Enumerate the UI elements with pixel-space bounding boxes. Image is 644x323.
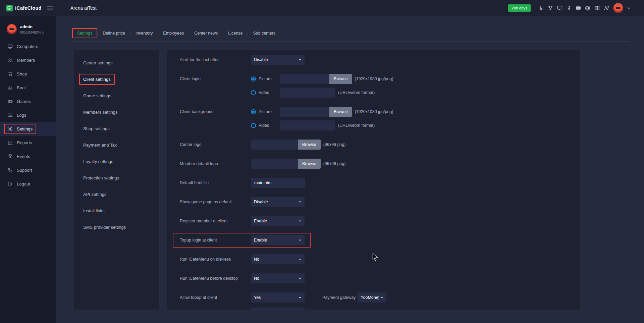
settings-menu-item-loyalty-settings[interactable]: Loyalty settings xyxy=(79,155,159,168)
picture-radio[interactable] xyxy=(251,76,256,82)
sidebar-item-logs[interactable]: Logs xyxy=(0,108,56,122)
center-logo-input[interactable] xyxy=(251,140,298,150)
radio-label: Video xyxy=(259,123,269,128)
media-line: Video(URL/webm format) xyxy=(251,120,375,130)
run-icafemenu-on-diskless-select[interactable]: No xyxy=(251,254,305,264)
show-game-page-as-default-select[interactable]: Disable xyxy=(251,197,305,207)
menu-icon[interactable] xyxy=(47,6,53,10)
sidebar-item-label: Members xyxy=(17,58,35,63)
sidebar-item-label: Shop xyxy=(17,71,27,76)
trophy-icon[interactable] xyxy=(548,5,553,11)
member-default-logo-input[interactable] xyxy=(251,159,298,169)
tab-license[interactable]: License xyxy=(223,28,248,38)
news-icon[interactable] xyxy=(594,5,600,11)
chevron-down-icon xyxy=(297,277,302,279)
boot-icon xyxy=(8,85,13,90)
settings-menu-item-protection-settings[interactable]: Protection settings xyxy=(79,171,159,184)
topup-login-at-client-select[interactable]: Enable xyxy=(251,235,305,245)
browse-button[interactable]: Browse xyxy=(298,159,321,169)
sidebar-item-events[interactable]: Events xyxy=(0,150,56,163)
sidebar-item-support[interactable]: Support xyxy=(0,163,56,177)
sidebar-avatar xyxy=(7,24,17,34)
tab-center-news[interactable]: Center news xyxy=(189,28,223,38)
video-radio[interactable] xyxy=(251,90,256,95)
settings-menu-item-shop-settings[interactable]: Shop settings xyxy=(79,122,159,135)
tab-label: Inventory xyxy=(130,28,158,38)
tab-employees[interactable]: Employees xyxy=(158,28,189,38)
settings-menu-item-install-links[interactable]: Install links xyxy=(79,204,159,217)
form-row: Default html filemain.htm xyxy=(180,178,580,188)
sidebar-item-label: Logout xyxy=(17,181,30,186)
brand-name: iCafeCloud xyxy=(15,5,42,11)
tab-label: Employees xyxy=(158,28,189,38)
menu-item-label: Center settings xyxy=(79,57,116,68)
media-line: PictureBrowse(1920x1080 jpg/png) xyxy=(251,74,393,84)
chat-icon[interactable] xyxy=(557,5,562,11)
sidebar-item-settings[interactable]: Settings xyxy=(0,122,56,136)
picture-url-input[interactable] xyxy=(280,74,329,84)
tab-sub-centers[interactable]: Sub centers xyxy=(248,28,280,38)
main-area: SettingsDefine priceInventoryEmployeesCe… xyxy=(56,16,644,323)
browse-button[interactable]: Browse xyxy=(329,74,352,84)
allow-topup-at-client-select[interactable]: Yes xyxy=(251,292,305,303)
settings-menu-item-sms-provider-settings[interactable]: SMS provider settings xyxy=(79,220,159,234)
alert-for-the-last-offer-select[interactable]: Disable xyxy=(251,55,305,65)
settings-form-card: Alert for the last offerDisableClient lo… xyxy=(167,50,580,310)
field-label: Run iCafeMenu on diskless xyxy=(180,254,251,264)
chevron-down-icon xyxy=(297,258,302,260)
menu-item-label: Loyalty settings xyxy=(79,156,117,167)
facebook-icon[interactable] xyxy=(567,6,572,11)
tab-settings[interactable]: Settings xyxy=(72,28,97,38)
topbar-right: 288 days xyxy=(508,3,631,13)
user-avatar[interactable] xyxy=(613,3,623,13)
license-days-badge[interactable]: 288 days xyxy=(508,4,531,12)
field-label: Default html file xyxy=(180,178,251,188)
sidebar-item-games[interactable]: Games xyxy=(0,95,56,108)
tab-label: Center news xyxy=(189,28,223,38)
video-radio[interactable] xyxy=(251,123,256,128)
form-row: Run iCafeMenu on disklessNo xyxy=(180,254,580,264)
field-label: Allow topup at client xyxy=(180,292,251,303)
brand[interactable]: iCafeCloud xyxy=(6,5,41,11)
stats-icon[interactable] xyxy=(538,5,544,11)
video-url-input[interactable] xyxy=(280,88,335,98)
clipped-input[interactable] xyxy=(251,308,305,310)
settings-menu-item-api-settings[interactable]: API settings xyxy=(79,187,159,201)
settings-menu-item-center-settings[interactable]: Center settings xyxy=(79,56,159,69)
settings-menu-item-payment-and-tax[interactable]: Payment and Tax xyxy=(79,138,159,152)
picture-url-input[interactable] xyxy=(280,107,329,117)
sidebar-item-shop[interactable]: Shop xyxy=(0,67,56,81)
form-row: Alert for the last offerDisable xyxy=(180,55,580,65)
payment-gateway-select[interactable]: YooMoney xyxy=(358,292,386,303)
menu-item-label: Protection settings xyxy=(79,172,123,183)
browse-button[interactable]: Browse xyxy=(329,107,352,117)
field-label: Topup login at client xyxy=(180,235,251,245)
radio-label: Picture xyxy=(259,109,272,114)
default-html-file-input[interactable]: main.htm xyxy=(251,178,305,188)
video-url-input[interactable] xyxy=(280,120,335,130)
youtube-icon[interactable] xyxy=(576,5,581,11)
sidebar-item-computers[interactable]: Computers xyxy=(0,40,56,53)
form-row: Allow topup at clientYesPayment gatewayY… xyxy=(180,292,580,303)
run-icafemenu-before-desktop-select[interactable]: No xyxy=(251,273,305,283)
chevron-down-icon[interactable] xyxy=(627,7,631,9)
format-note: (96x96 png) xyxy=(323,142,346,147)
sidebar-item-reports[interactable]: Reports xyxy=(0,136,56,150)
tab-define-price[interactable]: Define price xyxy=(98,28,130,38)
sidebar-item-boot[interactable]: Boot xyxy=(0,81,56,95)
settings-menu-item-members-settings[interactable]: Members settings xyxy=(79,105,159,119)
settings-menu-item-game-settings[interactable]: Game settings xyxy=(79,89,159,102)
layers-icon[interactable] xyxy=(604,5,609,11)
tab-inventory[interactable]: Inventory xyxy=(130,28,158,38)
register-member-at-client-select[interactable]: Enable xyxy=(251,216,305,226)
sidebar: admin 005193482475 ComputersMembersShopB… xyxy=(0,16,56,323)
form-row: Member default logoBrowse(96x96 png) xyxy=(180,159,580,169)
sidebar-item-logout[interactable]: Logout xyxy=(0,177,56,191)
topbar: iCafeCloud Arena aiTest 288 days xyxy=(0,0,644,16)
browse-button[interactable]: Browse xyxy=(298,140,321,150)
settings-menu-item-client-settings[interactable]: Client settings xyxy=(79,72,159,86)
picture-radio[interactable] xyxy=(251,109,256,114)
sidebar-item-members[interactable]: Members xyxy=(0,53,56,67)
logs-icon xyxy=(8,113,13,118)
globe-icon[interactable] xyxy=(585,5,590,11)
